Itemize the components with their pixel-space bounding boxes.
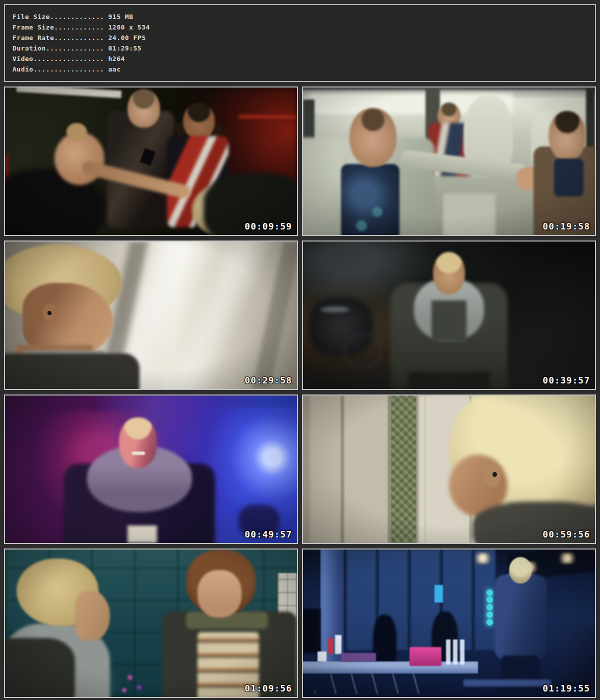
timestamp-overlay: 00:59:56 bbox=[542, 529, 590, 540]
screenshot-sheet: File Size............. 915 MB Frame Size… bbox=[0, 0, 600, 700]
thumbnail-3: 00:29:58 bbox=[4, 240, 298, 390]
info-line-duration: Duration.............. 01:29:55 bbox=[12, 43, 588, 54]
thumbnail-grid: 00:09:59 00:19:58 bbox=[4, 86, 596, 698]
timestamp-overlay: 00:29:58 bbox=[244, 375, 292, 386]
timestamp-overlay: 01:19:55 bbox=[542, 683, 590, 694]
timestamp-overlay: 00:09:59 bbox=[244, 221, 292, 232]
thumbnail-2: 00:19:58 bbox=[302, 86, 596, 236]
info-line-frame-rate: Frame Rate............ 24.00 FPS bbox=[12, 32, 588, 43]
thumbnail-7: 01:09:56 bbox=[4, 548, 298, 698]
timestamp-overlay: 00:19:58 bbox=[542, 221, 590, 232]
scene5-vignette bbox=[5, 396, 297, 543]
timestamp-overlay: 00:39:57 bbox=[542, 375, 590, 386]
thumbnail-6: 00:59:56 bbox=[302, 394, 596, 544]
info-line-frame-size: Frame Size............ 1280 x 534 bbox=[12, 22, 588, 32]
info-line-video: Video................. h264 bbox=[12, 54, 588, 64]
thumbnail-1: 00:09:59 bbox=[4, 86, 298, 236]
info-line-file-size: File Size............. 915 MB bbox=[12, 12, 588, 22]
scene1-vignette bbox=[5, 88, 297, 235]
scene7-vignette bbox=[5, 550, 297, 697]
media-info-box: File Size............. 915 MB Frame Size… bbox=[4, 4, 596, 82]
thumbnail-5: 00:49:57 bbox=[4, 394, 298, 544]
timestamp-overlay: 01:09:56 bbox=[244, 683, 292, 694]
scene3-vignette bbox=[5, 242, 297, 389]
thumbnail-8: 01:19:55 bbox=[302, 548, 596, 698]
scene6-vignette bbox=[303, 396, 595, 543]
info-line-audio: Audio................. aac bbox=[12, 64, 588, 74]
timestamp-overlay: 00:49:57 bbox=[244, 529, 292, 540]
scene4-vignette bbox=[303, 242, 595, 389]
thumbnail-4: 00:39:57 bbox=[302, 240, 596, 390]
scene2-vignette bbox=[303, 88, 595, 235]
scene8-vignette bbox=[303, 550, 595, 697]
